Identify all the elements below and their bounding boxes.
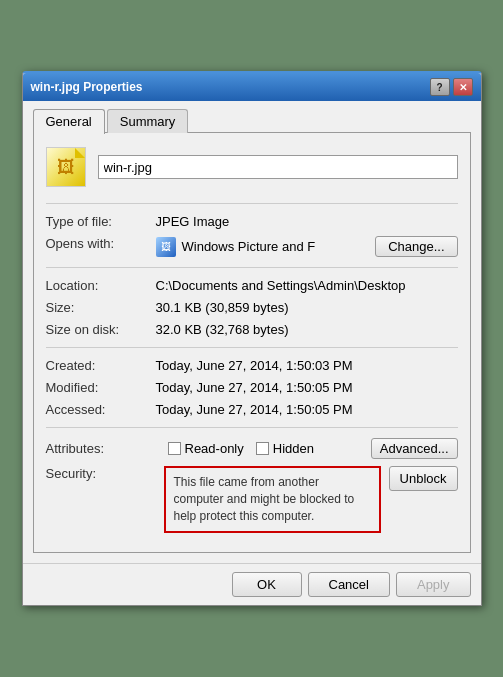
tab-general[interactable]: General xyxy=(33,109,105,134)
created-value: Today, June 27, 2014, 1:50:03 PM xyxy=(156,358,458,373)
apply-button[interactable]: Apply xyxy=(396,572,471,597)
size-row: Size: 30.1 KB (30,859 bytes) xyxy=(46,300,458,315)
size-label: Size: xyxy=(46,300,156,315)
size-disk-value: 32.0 KB (32,768 bytes) xyxy=(156,322,458,337)
tab-summary[interactable]: Summary xyxy=(107,109,189,133)
modified-value: Today, June 27, 2014, 1:50:05 PM xyxy=(156,380,458,395)
modified-label: Modified: xyxy=(46,380,156,395)
type-value: JPEG Image xyxy=(156,214,458,229)
help-button[interactable]: ? xyxy=(430,78,450,96)
opens-value: Windows Picture and F xyxy=(182,239,370,254)
title-bar-buttons: ? ✕ xyxy=(430,78,473,96)
location-label: Location: xyxy=(46,278,156,293)
dialog-title: win-r.jpg Properties xyxy=(31,80,143,94)
close-button[interactable]: ✕ xyxy=(453,78,473,96)
size-disk-label: Size on disk: xyxy=(46,322,156,337)
modified-row: Modified: Today, June 27, 2014, 1:50:05 … xyxy=(46,380,458,395)
readonly-checkbox-label[interactable]: Read-only xyxy=(168,441,244,456)
advanced-button[interactable]: Advanced... xyxy=(371,438,458,459)
ok-button[interactable]: OK xyxy=(232,572,302,597)
readonly-label: Read-only xyxy=(185,441,244,456)
location-row: Location: C:\Documents and Settings\Admi… xyxy=(46,278,458,293)
opens-with-row: Opens with: 🖼 Windows Picture and F Chan… xyxy=(46,236,458,257)
dialog-body: General Summary 🖼 Type of file: JPEG Ima… xyxy=(23,101,481,562)
separator-4 xyxy=(46,427,458,428)
size-disk-row: Size on disk: 32.0 KB (32,768 bytes) xyxy=(46,322,458,337)
file-icon: 🖼 xyxy=(46,147,86,187)
dialog-footer: OK Cancel Apply xyxy=(23,563,481,605)
location-value: C:\Documents and Settings\Admin\Desktop xyxy=(156,278,458,293)
filename-input[interactable] xyxy=(98,155,458,179)
security-message: This file came from another computer and… xyxy=(164,466,381,532)
tabs: General Summary xyxy=(33,109,471,133)
type-row: Type of file: JPEG Image xyxy=(46,214,458,229)
security-row: Security: This file came from another co… xyxy=(46,466,458,532)
hidden-checkbox[interactable] xyxy=(256,442,269,455)
attributes-row: Attributes: Read-only Hidden Advanced... xyxy=(46,438,458,459)
separator-3 xyxy=(46,347,458,348)
separator-1 xyxy=(46,203,458,204)
readonly-checkbox[interactable] xyxy=(168,442,181,455)
hidden-checkbox-label[interactable]: Hidden xyxy=(256,441,314,456)
size-value: 30.1 KB (30,859 bytes) xyxy=(156,300,458,315)
opens-label: Opens with: xyxy=(46,236,156,251)
opens-with-content: 🖼 Windows Picture and F Change... xyxy=(156,236,458,257)
hidden-label: Hidden xyxy=(273,441,314,456)
separator-2 xyxy=(46,267,458,268)
app-icon: 🖼 xyxy=(156,237,176,257)
accessed-label: Accessed: xyxy=(46,402,156,417)
file-header: 🖼 xyxy=(46,147,458,187)
cancel-button[interactable]: Cancel xyxy=(308,572,390,597)
file-icon-image: 🖼 xyxy=(57,157,75,178)
unblock-button[interactable]: Unblock xyxy=(389,466,458,491)
content-area: 🖼 Type of file: JPEG Image Opens with: 🖼… xyxy=(33,132,471,552)
security-label: Security: xyxy=(46,466,156,481)
properties-dialog: win-r.jpg Properties ? ✕ General Summary… xyxy=(22,71,482,605)
change-button[interactable]: Change... xyxy=(375,236,457,257)
type-label: Type of file: xyxy=(46,214,156,229)
accessed-value: Today, June 27, 2014, 1:50:05 PM xyxy=(156,402,458,417)
created-label: Created: xyxy=(46,358,156,373)
attributes-label: Attributes: xyxy=(46,441,156,456)
accessed-row: Accessed: Today, June 27, 2014, 1:50:05 … xyxy=(46,402,458,417)
title-bar: win-r.jpg Properties ? ✕ xyxy=(23,73,481,101)
created-row: Created: Today, June 27, 2014, 1:50:03 P… xyxy=(46,358,458,373)
